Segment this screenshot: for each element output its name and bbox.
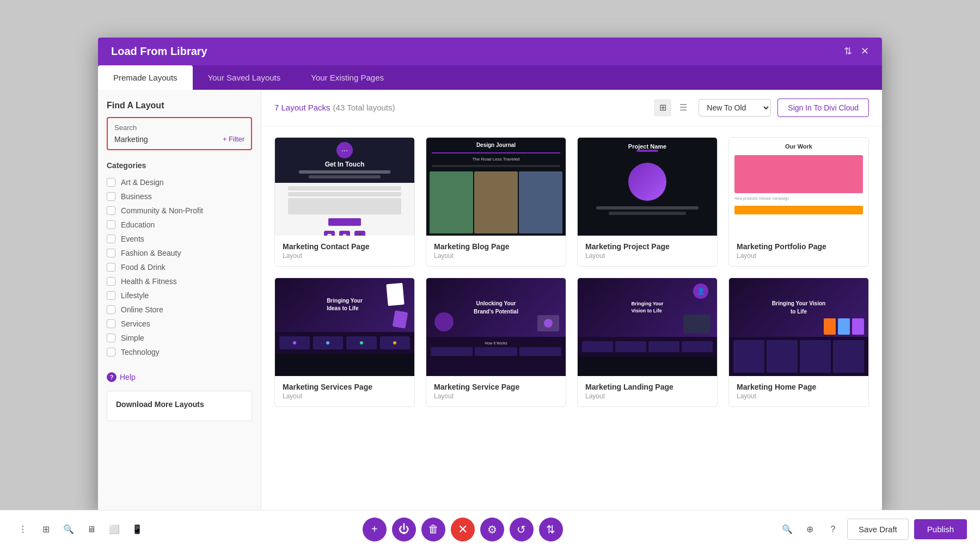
category-checkbox [107, 334, 115, 342]
power-button[interactable]: ⏻ [392, 518, 416, 541]
card-info-project: Marketing Project Page Layout [578, 236, 717, 266]
layout-pack-count: 7 Layout Packs [274, 103, 330, 112]
card-info-contact: Marketing Contact Page Layout [275, 236, 414, 266]
category-label: Food & Drink [121, 263, 166, 272]
category-checkbox [107, 348, 115, 356]
card-contact[interactable]: ··· Get In Touch [274, 137, 415, 267]
search-box: Search + Filter [107, 117, 252, 150]
thumbnail-portfolio: Our Work New products release campaign [729, 138, 868, 236]
category-checkbox [107, 319, 115, 328]
category-art-design[interactable]: Art & Design [107, 175, 252, 189]
tablet-icon[interactable]: ⬜ [105, 520, 124, 539]
mobile-icon[interactable]: 📱 [127, 520, 147, 539]
category-business[interactable]: Business [107, 189, 252, 204]
help-icon[interactable]: ? [824, 521, 842, 538]
history-button[interactable]: ↺ [510, 518, 534, 541]
grid-row-1: ··· Get In Touch [274, 137, 869, 267]
view-icons: ⊞ ☰ [654, 99, 692, 116]
card-landing[interactable]: Bringing YourVision to Life 👤 [577, 278, 718, 407]
card-project[interactable]: Project Name Marketi [577, 137, 718, 267]
sort-select[interactable]: New To Old Old To New A to Z Z to A [699, 99, 771, 116]
category-services[interactable]: Services [107, 317, 252, 331]
toolbar-right: 🔍 ⊕ ? Save Draft Publish [779, 519, 967, 540]
adjust-icon[interactable]: ⇅ [844, 45, 852, 57]
category-checkbox [107, 220, 115, 229]
thumbnail-blog: Design Journal The Road Less Traveled [426, 138, 566, 236]
category-label: Business [121, 192, 152, 201]
category-simple[interactable]: Simple [107, 331, 252, 345]
card-type: Layout [585, 252, 709, 260]
categories-list: Art & Design Business Community & Non-Pr… [107, 175, 252, 359]
category-education[interactable]: Education [107, 218, 252, 232]
card-type: Layout [434, 392, 558, 400]
modal-title: Load From Library [111, 45, 207, 58]
add-button[interactable]: + [363, 518, 387, 541]
publish-button[interactable]: Publish [914, 519, 967, 539]
card-type: Layout [283, 392, 407, 400]
category-checkbox [107, 263, 115, 272]
tab-existing-pages[interactable]: Your Existing Pages [296, 65, 399, 90]
category-food[interactable]: Food & Drink [107, 260, 252, 274]
layout-grid: ··· Get In Touch [261, 126, 882, 511]
card-name: Marketing Contact Page [283, 242, 407, 251]
card-name: Marketing Home Page [737, 383, 861, 391]
category-checkbox [107, 305, 115, 314]
download-section: Download More Layouts [107, 391, 252, 421]
find-layout-title: Find A Layout [107, 101, 252, 110]
card-home[interactable]: Bringing Your Visionto Life [728, 278, 869, 407]
header-icons: ⇅ ✕ [844, 45, 869, 57]
category-lifestyle[interactable]: Lifestyle [107, 288, 252, 303]
close-icon[interactable]: ✕ [861, 45, 869, 57]
search-input[interactable] [114, 135, 218, 144]
card-blog[interactable]: Design Journal The Road Less Traveled [426, 137, 566, 267]
card-name: Marketing Project Page [585, 242, 709, 251]
category-checkbox [107, 291, 115, 300]
tab-premade-layouts[interactable]: Premade Layouts [98, 65, 193, 90]
card-type: Layout [434, 252, 558, 260]
adjust-button[interactable]: ⇅ [539, 518, 563, 541]
grid-icon[interactable]: ⊞ [36, 520, 56, 539]
category-label: Fashion & Beauty [121, 249, 181, 257]
menu-dots-icon[interactable]: ⋮ [13, 520, 33, 539]
card-name: Marketing Services Page [283, 383, 407, 391]
save-draft-button[interactable]: Save Draft [847, 519, 909, 540]
search-icon[interactable]: 🔍 [779, 521, 796, 538]
category-community[interactable]: Community & Non-Profit [107, 204, 252, 218]
sign-in-button[interactable]: Sign In To Divi Cloud [777, 98, 869, 117]
thumbnail-contact: ··· Get In Touch [275, 138, 414, 236]
category-label: Community & Non-Profit [121, 206, 203, 215]
settings-button[interactable]: ⚙ [480, 518, 504, 541]
search-label: Search [114, 124, 244, 132]
card-service-page[interactable]: Unlocking YourBrand's Potential How It W… [426, 278, 566, 407]
total-layouts: (43 Total layouts) [333, 103, 395, 112]
list-view-icon[interactable]: ☰ [675, 99, 692, 116]
tab-saved-layouts[interactable]: Your Saved Layouts [193, 65, 296, 90]
card-portfolio[interactable]: Our Work New products release campaign M… [728, 137, 869, 267]
category-online-store[interactable]: Online Store [107, 303, 252, 317]
category-checkbox [107, 277, 115, 286]
delete-button[interactable]: 🗑 [421, 518, 445, 541]
category-health[interactable]: Health & Fitness [107, 274, 252, 288]
close-button[interactable]: ✕ [451, 518, 475, 541]
help-link[interactable]: ? Help [107, 372, 252, 382]
card-services[interactable]: Bringing YourIdeas to Life [274, 278, 415, 407]
category-fashion[interactable]: Fashion & Beauty [107, 246, 252, 260]
grid-view-icon[interactable]: ⊞ [654, 99, 671, 116]
desktop-icon[interactable]: 🖥 [82, 520, 101, 539]
card-name: Marketing Blog Page [434, 242, 558, 251]
category-label: Services [121, 319, 150, 328]
card-info-services: Marketing Services Page Layout [275, 376, 414, 407]
divi-cloud-icon[interactable]: ⊕ [801, 521, 819, 538]
card-type: Layout [737, 252, 861, 260]
card-type: Layout [585, 392, 709, 400]
category-technology[interactable]: Technology [107, 345, 252, 359]
card-info-home: Marketing Home Page Layout [729, 376, 868, 407]
search-small-icon[interactable]: 🔍 [59, 520, 78, 539]
category-label: Health & Fitness [121, 277, 177, 286]
filter-button[interactable]: + Filter [223, 135, 244, 143]
category-label: Online Store [121, 305, 163, 314]
layout-count: 7 Layout Packs (43 Total layouts) [274, 102, 395, 113]
content-controls: ⊞ ☰ New To Old Old To New A to Z Z to A … [654, 98, 869, 117]
card-info-blog: Marketing Blog Page Layout [426, 236, 566, 266]
category-events[interactable]: Events [107, 232, 252, 246]
